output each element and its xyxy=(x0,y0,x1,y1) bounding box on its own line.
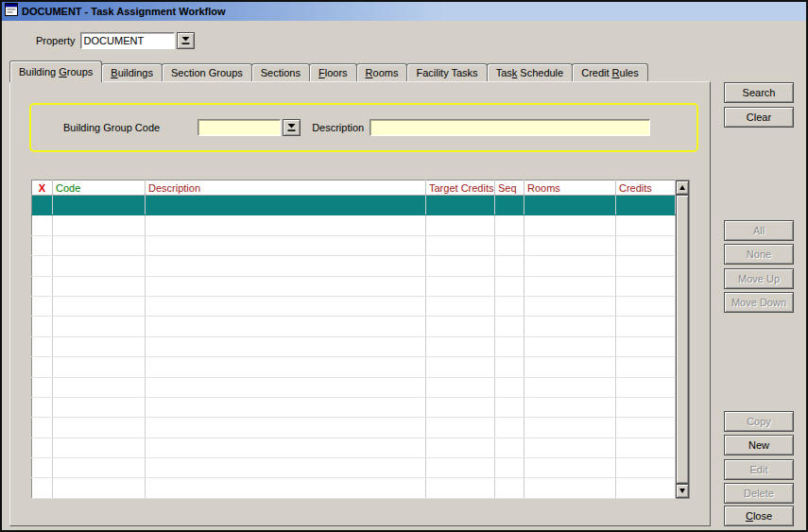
tab-building-groups[interactable]: Building Groups xyxy=(9,60,102,82)
tab-facility-tasks[interactable]: Facility Tasks xyxy=(406,63,487,81)
tab-task-schedule[interactable]: Task Schedule xyxy=(487,63,574,81)
column-header-target-credits[interactable]: Target Credits xyxy=(426,180,495,196)
new-button[interactable]: New xyxy=(724,435,794,455)
table-row[interactable] xyxy=(32,296,676,316)
clear-button[interactable]: Clear xyxy=(724,107,794,128)
table-row[interactable] xyxy=(32,438,676,457)
grid-scrollbar[interactable] xyxy=(676,180,690,499)
table-row[interactable] xyxy=(32,235,676,255)
building-group-code-label: Building Group Code xyxy=(63,122,160,133)
search-groupbox: Building Group Code Description xyxy=(29,103,698,152)
scroll-down-button[interactable] xyxy=(676,484,689,498)
tabbar: Building Groups Buildings Section Groups… xyxy=(9,60,647,81)
grid-area: X Code Description Target Credits Seq Ro… xyxy=(31,180,690,499)
table-row[interactable] xyxy=(32,418,676,438)
edit-button[interactable]: Edit xyxy=(724,459,794,480)
building-group-code-input[interactable] xyxy=(198,119,281,136)
table-row[interactable] xyxy=(32,317,676,336)
app-window: DOCUMENT - Task Assignment Workflow Prop… xyxy=(0,0,808,532)
column-header-description[interactable]: Description xyxy=(146,180,426,196)
none-button[interactable]: None xyxy=(724,244,794,265)
move-down-button[interactable]: Move Down xyxy=(724,292,794,313)
grid-header-row: X Code Description Target Credits Seq Ro… xyxy=(32,180,676,196)
move-up-button[interactable]: Move Up xyxy=(724,268,794,289)
column-header-x[interactable]: X xyxy=(32,180,53,196)
main-panel: Building Group Code Description X Code D… xyxy=(9,81,711,526)
app-icon xyxy=(5,3,18,20)
tab-floors[interactable]: Floors xyxy=(309,63,357,81)
column-header-code[interactable]: Code xyxy=(53,180,146,196)
close-button[interactable]: Close xyxy=(724,506,794,526)
tab-rooms[interactable]: Rooms xyxy=(356,63,408,81)
property-input[interactable] xyxy=(80,32,175,49)
delete-button[interactable]: Delete xyxy=(724,483,794,504)
dropdown-arrow-icon xyxy=(286,121,297,135)
table-row[interactable] xyxy=(32,256,676,276)
dropdown-arrow-icon xyxy=(181,34,191,48)
description-input[interactable] xyxy=(370,119,650,136)
up-arrow-icon xyxy=(679,185,685,190)
table-row[interactable] xyxy=(32,336,676,356)
tab-section-groups[interactable]: Section Groups xyxy=(162,63,252,81)
table-row[interactable] xyxy=(32,276,676,296)
down-arrow-icon xyxy=(679,489,685,493)
column-header-seq[interactable]: Seq xyxy=(495,180,524,196)
table-row[interactable] xyxy=(32,215,676,235)
property-dropdown-button[interactable] xyxy=(177,32,195,49)
table-row[interactable] xyxy=(32,377,676,397)
table-row[interactable] xyxy=(32,478,676,499)
column-header-credits[interactable]: Credits xyxy=(616,180,676,196)
tab-sections[interactable]: Sections xyxy=(251,63,310,81)
tab-buildings[interactable]: Buildings xyxy=(101,63,163,81)
table-row[interactable] xyxy=(32,458,676,478)
tab-credit-rules[interactable]: Credit Rules xyxy=(572,63,648,81)
search-button[interactable]: Search xyxy=(724,82,794,103)
scrollbar-thumb[interactable] xyxy=(676,195,689,484)
scroll-up-button[interactable] xyxy=(676,180,689,195)
building-group-code-dropdown-button[interactable] xyxy=(283,119,301,136)
all-button[interactable]: All xyxy=(724,220,794,241)
table-row[interactable] xyxy=(32,357,676,377)
copy-button[interactable]: Copy xyxy=(724,411,794,432)
table-row[interactable] xyxy=(32,397,676,417)
column-header-rooms[interactable]: Rooms xyxy=(524,180,616,196)
window-title: DOCUMENT - Task Assignment Workflow xyxy=(22,6,226,17)
property-row: Property xyxy=(36,32,195,49)
results-grid: X Code Description Target Credits Seq Ro… xyxy=(31,180,676,499)
grid-body xyxy=(32,196,676,499)
table-row[interactable] xyxy=(32,196,676,215)
description-label: Description xyxy=(312,122,364,133)
property-label: Property xyxy=(36,35,76,46)
titlebar: DOCUMENT - Task Assignment Workflow xyxy=(2,2,806,21)
